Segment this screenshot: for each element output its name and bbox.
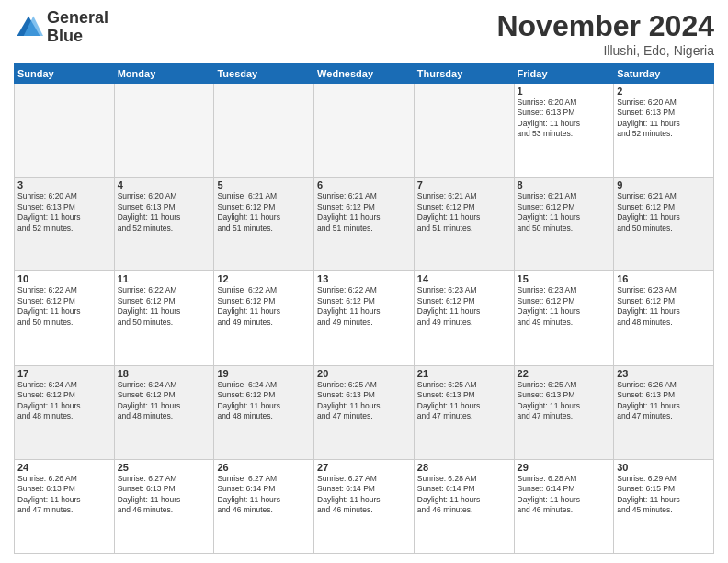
day-number: 11 xyxy=(118,273,211,284)
cell-info: Sunrise: 6:28 AMSunset: 6:14 PMDaylight:… xyxy=(518,474,611,516)
header: General Blue November 2024 Illushi, Edo,… xyxy=(14,9,714,58)
cell-info: Sunrise: 6:21 AMSunset: 6:12 PMDaylight:… xyxy=(217,191,311,234)
cell-info: Sunrise: 6:22 AMSunset: 6:12 PMDaylight:… xyxy=(17,285,111,327)
day-number: 25 xyxy=(118,462,211,473)
day-number: 20 xyxy=(317,368,411,379)
day-number: 5 xyxy=(217,179,311,190)
calendar-cell: 1Sunrise: 6:20 AMSunset: 6:13 PMDaylight… xyxy=(514,84,614,178)
day-number: 3 xyxy=(17,179,111,190)
calendar-cell: 2Sunrise: 6:20 AMSunset: 6:13 PMDaylight… xyxy=(614,84,714,178)
calendar-cell: 13Sunrise: 6:22 AMSunset: 6:12 PMDayligh… xyxy=(314,271,415,365)
day-number: 16 xyxy=(617,273,711,284)
day-number: 9 xyxy=(617,179,711,190)
calendar-cell: 3Sunrise: 6:20 AMSunset: 6:13 PMDaylight… xyxy=(15,178,115,271)
day-number: 14 xyxy=(417,273,511,284)
page: General Blue November 2024 Illushi, Edo,… xyxy=(0,0,728,563)
day-number: 29 xyxy=(518,462,611,473)
weekday-header: Saturday xyxy=(614,64,714,84)
calendar-cell xyxy=(214,84,314,178)
day-number: 23 xyxy=(617,368,711,379)
day-number: 6 xyxy=(317,179,411,190)
calendar-cell: 30Sunrise: 6:29 AMSunset: 6:15 PMDayligh… xyxy=(614,459,714,553)
cell-info: Sunrise: 6:23 AMSunset: 6:12 PMDaylight:… xyxy=(518,285,611,327)
cell-info: Sunrise: 6:23 AMSunset: 6:12 PMDaylight:… xyxy=(617,285,711,327)
calendar-cell: 11Sunrise: 6:22 AMSunset: 6:12 PMDayligh… xyxy=(114,271,214,365)
cell-info: Sunrise: 6:20 AMSunset: 6:13 PMDaylight:… xyxy=(518,98,611,140)
calendar-cell: 20Sunrise: 6:25 AMSunset: 6:13 PMDayligh… xyxy=(314,365,415,459)
day-number: 13 xyxy=(317,273,411,284)
day-number: 1 xyxy=(518,86,611,97)
calendar-cell: 4Sunrise: 6:20 AMSunset: 6:13 PMDaylight… xyxy=(114,178,214,271)
calendar-week-row: 10Sunrise: 6:22 AMSunset: 6:12 PMDayligh… xyxy=(15,271,714,365)
calendar-cell: 24Sunrise: 6:26 AMSunset: 6:13 PMDayligh… xyxy=(15,459,115,553)
day-number: 21 xyxy=(417,368,511,379)
cell-info: Sunrise: 6:20 AMSunset: 6:13 PMDaylight:… xyxy=(17,191,111,234)
day-number: 22 xyxy=(518,368,611,379)
weekday-header: Sunday xyxy=(15,64,115,84)
calendar-week-row: 24Sunrise: 6:26 AMSunset: 6:13 PMDayligh… xyxy=(15,459,714,553)
calendar-cell xyxy=(314,84,415,178)
cell-info: Sunrise: 6:27 AMSunset: 6:14 PMDaylight:… xyxy=(217,474,311,516)
calendar-cell: 8Sunrise: 6:21 AMSunset: 6:12 PMDaylight… xyxy=(514,178,614,271)
weekday-header: Tuesday xyxy=(214,64,314,84)
calendar-header-row: SundayMondayTuesdayWednesdayThursdayFrid… xyxy=(15,64,714,84)
logo-text: General Blue xyxy=(47,9,108,46)
cell-info: Sunrise: 6:25 AMSunset: 6:13 PMDaylight:… xyxy=(317,380,411,422)
day-number: 24 xyxy=(17,462,111,473)
cell-info: Sunrise: 6:20 AMSunset: 6:13 PMDaylight:… xyxy=(617,98,711,140)
day-number: 27 xyxy=(317,462,411,473)
location: Illushi, Edo, Nigeria xyxy=(496,43,714,58)
calendar-table: SundayMondayTuesdayWednesdayThursdayFrid… xyxy=(14,63,714,554)
cell-info: Sunrise: 6:22 AMSunset: 6:12 PMDaylight:… xyxy=(217,285,311,327)
calendar-cell xyxy=(114,84,214,178)
cell-info: Sunrise: 6:25 AMSunset: 6:13 PMDaylight:… xyxy=(518,380,611,422)
day-number: 17 xyxy=(17,368,111,379)
calendar-cell: 17Sunrise: 6:24 AMSunset: 6:12 PMDayligh… xyxy=(15,365,115,459)
calendar-cell: 21Sunrise: 6:25 AMSunset: 6:13 PMDayligh… xyxy=(414,365,514,459)
calendar-cell: 14Sunrise: 6:23 AMSunset: 6:12 PMDayligh… xyxy=(414,271,514,365)
weekday-header: Wednesday xyxy=(314,64,415,84)
logo-icon xyxy=(14,13,43,42)
cell-info: Sunrise: 6:23 AMSunset: 6:12 PMDaylight:… xyxy=(417,285,511,327)
calendar-cell: 18Sunrise: 6:24 AMSunset: 6:12 PMDayligh… xyxy=(114,365,214,459)
month-title: November 2024 xyxy=(496,9,714,43)
title-area: November 2024 Illushi, Edo, Nigeria xyxy=(496,9,714,58)
cell-info: Sunrise: 6:27 AMSunset: 6:13 PMDaylight:… xyxy=(118,474,211,516)
day-number: 28 xyxy=(417,462,511,473)
calendar-cell xyxy=(15,84,115,178)
cell-info: Sunrise: 6:27 AMSunset: 6:14 PMDaylight:… xyxy=(317,474,411,516)
calendar-cell: 23Sunrise: 6:26 AMSunset: 6:13 PMDayligh… xyxy=(614,365,714,459)
calendar-cell: 25Sunrise: 6:27 AMSunset: 6:13 PMDayligh… xyxy=(114,459,214,553)
day-number: 4 xyxy=(118,179,211,190)
day-number: 18 xyxy=(118,368,211,379)
day-number: 10 xyxy=(17,273,111,284)
calendar-cell: 27Sunrise: 6:27 AMSunset: 6:14 PMDayligh… xyxy=(314,459,415,553)
calendar-cell: 6Sunrise: 6:21 AMSunset: 6:12 PMDaylight… xyxy=(314,178,415,271)
day-number: 8 xyxy=(518,179,611,190)
calendar-cell: 29Sunrise: 6:28 AMSunset: 6:14 PMDayligh… xyxy=(514,459,614,553)
calendar-cell: 7Sunrise: 6:21 AMSunset: 6:12 PMDaylight… xyxy=(414,178,514,271)
cell-info: Sunrise: 6:24 AMSunset: 6:12 PMDaylight:… xyxy=(118,380,211,422)
weekday-header: Monday xyxy=(114,64,214,84)
calendar-cell: 5Sunrise: 6:21 AMSunset: 6:12 PMDaylight… xyxy=(214,178,314,271)
cell-info: Sunrise: 6:22 AMSunset: 6:12 PMDaylight:… xyxy=(118,285,211,327)
cell-info: Sunrise: 6:24 AMSunset: 6:12 PMDaylight:… xyxy=(217,380,311,422)
cell-info: Sunrise: 6:22 AMSunset: 6:12 PMDaylight:… xyxy=(317,285,411,327)
cell-info: Sunrise: 6:21 AMSunset: 6:12 PMDaylight:… xyxy=(417,191,511,234)
cell-info: Sunrise: 6:26 AMSunset: 6:13 PMDaylight:… xyxy=(617,380,711,422)
logo: General Blue xyxy=(14,9,108,46)
day-number: 30 xyxy=(617,462,711,473)
cell-info: Sunrise: 6:21 AMSunset: 6:12 PMDaylight:… xyxy=(317,191,411,234)
calendar-cell: 16Sunrise: 6:23 AMSunset: 6:12 PMDayligh… xyxy=(614,271,714,365)
cell-info: Sunrise: 6:20 AMSunset: 6:13 PMDaylight:… xyxy=(118,191,211,234)
day-number: 26 xyxy=(217,462,311,473)
calendar-cell: 26Sunrise: 6:27 AMSunset: 6:14 PMDayligh… xyxy=(214,459,314,553)
calendar-week-row: 17Sunrise: 6:24 AMSunset: 6:12 PMDayligh… xyxy=(15,365,714,459)
calendar-cell: 9Sunrise: 6:21 AMSunset: 6:12 PMDaylight… xyxy=(614,178,714,271)
calendar-week-row: 1Sunrise: 6:20 AMSunset: 6:13 PMDaylight… xyxy=(15,84,714,178)
calendar-cell: 28Sunrise: 6:28 AMSunset: 6:14 PMDayligh… xyxy=(414,459,514,553)
day-number: 7 xyxy=(417,179,511,190)
calendar-cell: 10Sunrise: 6:22 AMSunset: 6:12 PMDayligh… xyxy=(15,271,115,365)
calendar-cell: 12Sunrise: 6:22 AMSunset: 6:12 PMDayligh… xyxy=(214,271,314,365)
cell-info: Sunrise: 6:21 AMSunset: 6:12 PMDaylight:… xyxy=(617,191,711,234)
